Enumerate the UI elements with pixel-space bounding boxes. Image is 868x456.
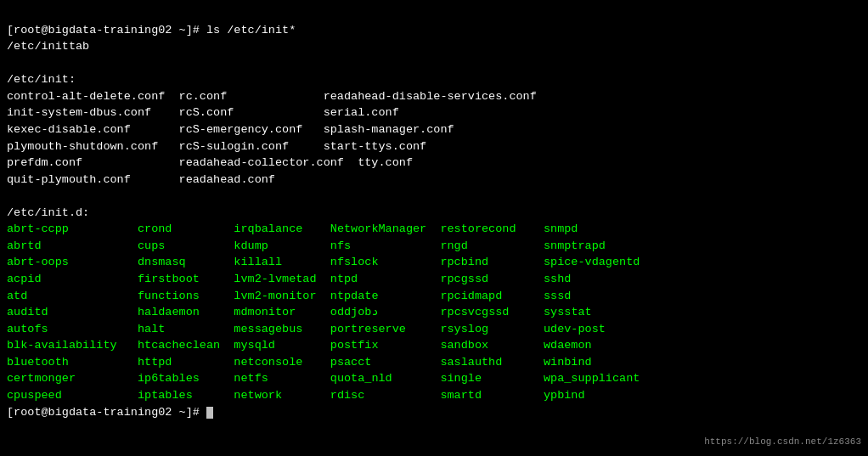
initd-row1: abrt-ccpp crond irqbalance NetworkManage… xyxy=(7,222,578,235)
initd-row11: cpuspeed iptables network rdisc smartd y… xyxy=(7,389,585,402)
cursor-block xyxy=(206,407,213,419)
initd-section-header: /etc/init.d: xyxy=(7,206,89,219)
initd-row9: bluetooth httpd netconsole psacct saslau… xyxy=(7,356,592,369)
initd-row10: certmonger ip6tables netfs quota_nld sin… xyxy=(7,372,640,385)
initd-row3: abrt-oops dnsmasq killall nfslock rpcbin… xyxy=(7,256,640,268)
init-files-row2: init-system-dbus.conf rcS.conf serial.co… xyxy=(7,106,399,119)
command-prompt-1: [root@bigdata-training02 ~]# ls /etc/ini… xyxy=(7,24,296,37)
watermark: https://blog.csdn.net/1z6363 xyxy=(704,436,861,449)
initd-row8: blk-availability htcacheclean mysqld pos… xyxy=(7,339,592,352)
init-section-header: /etc/init: xyxy=(7,73,76,86)
init-files-row4: plymouth-shutdown.conf rcS-sulogin.conf … xyxy=(7,140,426,153)
init-files-row3: kexec-disable.conf rcS-emergency.conf sp… xyxy=(7,123,454,136)
initd-row4: acpid firstboot lvm2-lvmetad ntpd rpcgss… xyxy=(7,273,571,285)
init-files-row1: control-alt-delete.conf rc.conf readahea… xyxy=(7,90,537,103)
initd-row7: autofs halt messagebus portreserve rsysl… xyxy=(7,323,606,335)
init-files-row6: quit-plymouth.conf readahead.conf xyxy=(7,173,275,186)
initd-row6: auditd haldaemon mdmonitor oddjobد rpcsv… xyxy=(7,306,592,318)
terminal-window: [root@bigdata-training02 ~]# ls /etc/ini… xyxy=(7,5,861,437)
init-files-row5: prefdm.conf readahead-collector.conf tty… xyxy=(7,156,413,169)
initd-row2: abrtd cups kdump nfs rngd snmptrapd xyxy=(7,239,606,252)
initd-row5: atd functions lvm2-monitor ntpdate rpcid… xyxy=(7,290,571,302)
prompt2: [root@bigdata-training02 ~]# xyxy=(7,406,213,419)
inittab-line: /etc/inittab xyxy=(7,40,89,53)
terminal-content: [root@bigdata-training02 ~]# ls /etc/ini… xyxy=(7,5,861,437)
